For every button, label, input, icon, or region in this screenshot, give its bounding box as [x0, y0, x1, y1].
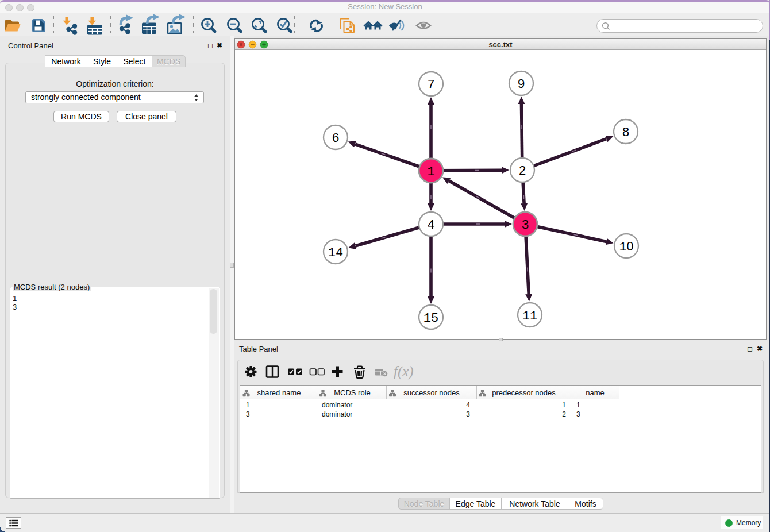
svg-text:1: 1	[427, 165, 434, 179]
svg-text:4: 4	[427, 218, 434, 233]
svg-text:7: 7	[427, 78, 434, 92]
svg-text:3: 3	[521, 218, 529, 233]
svg-text:2: 2	[518, 164, 526, 179]
svg-text:9: 9	[517, 78, 525, 92]
svg-text:15: 15	[424, 311, 438, 326]
svg-text:10: 10	[619, 240, 633, 255]
svg-text:11: 11	[522, 309, 537, 323]
svg-text:8: 8	[622, 126, 629, 140]
svg-text:f(x): f(x)	[394, 364, 414, 380]
svg-text:6: 6	[332, 132, 339, 146]
svg-text:14: 14	[328, 246, 343, 260]
